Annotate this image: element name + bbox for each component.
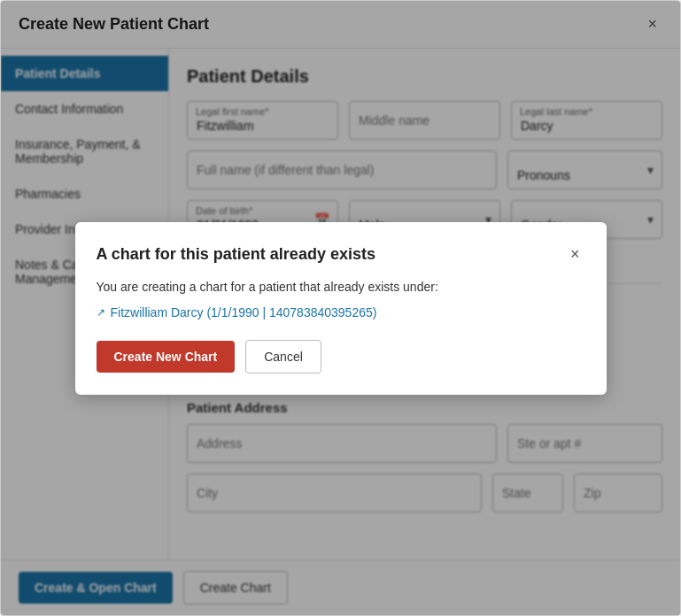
inner-dialog: A chart for this patient already exists …	[75, 222, 607, 395]
inner-close-button[interactable]: ×	[565, 243, 585, 266]
inner-dialog-body-text: You are creating a chart for a patient t…	[97, 280, 438, 294]
inner-dialog-title: A chart for this patient already exists	[97, 245, 375, 264]
patient-link[interactable]: ↗ Fitzwilliam Darcy (1/1/1990 | 14078384…	[97, 304, 585, 322]
patient-link-text: Fitzwilliam Darcy (1/1/1990 | 1407838403…	[111, 304, 377, 322]
cancel-button[interactable]: Cancel	[245, 340, 321, 373]
inner-dialog-footer: Create New Chart Cancel	[97, 340, 585, 373]
inner-dialog-body: You are creating a chart for a patient t…	[97, 278, 585, 322]
create-new-chart-button[interactable]: Create New Chart	[97, 341, 236, 373]
overlay: A chart for this patient already exists …	[1, 1, 680, 615]
inner-dialog-header: A chart for this patient already exists …	[97, 243, 585, 266]
external-link-icon: ↗	[97, 304, 105, 320]
main-modal: Create New Patient Chart × Patient Detai…	[0, 0, 681, 616]
